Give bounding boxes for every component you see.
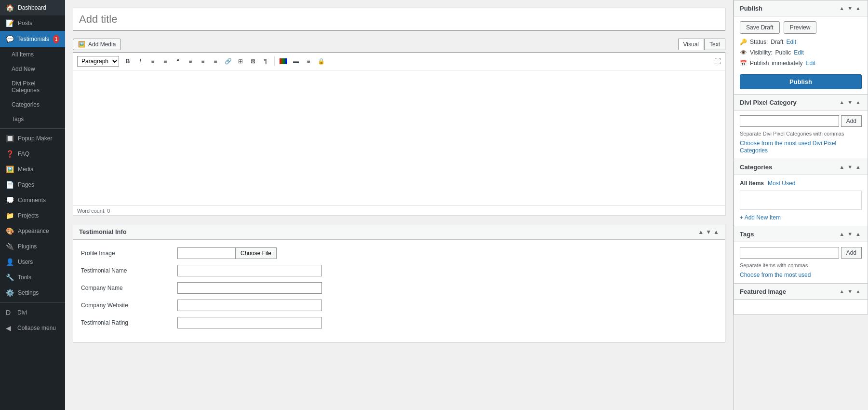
publish-panel-header[interactable]: Publish ▲ ▼ ▲: [734, 0, 868, 16]
company-website-input[interactable]: [177, 300, 322, 311]
sidebar-item-comments[interactable]: 💭 Comments: [0, 192, 65, 208]
testimonial-name-input[interactable]: [177, 265, 322, 276]
most-used-tab[interactable]: Most Used: [768, 180, 795, 187]
all-items-tab[interactable]: All Items: [740, 180, 764, 187]
bold-button[interactable]: B: [122, 55, 134, 67]
paragraph-mark-button[interactable]: ¶: [260, 55, 271, 67]
testimonial-rating-row: Testimonial Rating: [81, 317, 717, 328]
choose-file-button[interactable]: Choose File: [235, 247, 277, 259]
divi-pixel-cat-input[interactable]: [740, 115, 839, 127]
categories-up[interactable]: ▲: [838, 163, 845, 171]
divi-pixel-cat-add-button[interactable]: Add: [841, 115, 862, 127]
lock-button[interactable]: 🔒: [315, 55, 327, 67]
sidebar-item-dashboard[interactable]: 🏠 Dashboard: [0, 0, 65, 15]
sidebar-item-popup-maker[interactable]: 🔲 Popup Maker: [0, 131, 65, 146]
testimonial-info-header[interactable]: Testimonial Info ▲ ▼ ▲: [73, 224, 725, 240]
sidebar-item-tools[interactable]: 🔧 Tools: [0, 270, 65, 285]
meta-collapse-up[interactable]: ▲: [698, 229, 704, 235]
featured-image-header[interactable]: Featured Image ▲ ▼ ▲: [734, 284, 868, 300]
sidebar-item-add-new[interactable]: Add New: [0, 62, 65, 76]
align-right-button[interactable]: ≡: [210, 55, 221, 67]
testimonial-rating-input[interactable]: [177, 317, 322, 328]
visibility-edit-link[interactable]: Edit: [794, 49, 804, 56]
tab-text[interactable]: Text: [704, 39, 725, 50]
calendar-icon: 📅: [740, 60, 747, 67]
ordered-list-button[interactable]: ≡: [160, 55, 171, 67]
featured-image-close[interactable]: ▲: [855, 287, 862, 295]
more-button[interactable]: ⊠: [247, 55, 259, 67]
divi-pixel-cat-down[interactable]: ▼: [846, 98, 854, 106]
divi-pixel-cat-header[interactable]: Divi Pixel Category ▲ ▼ ▲: [734, 95, 868, 110]
sidebar-item-divi-pixel-cat[interactable]: Divi Pixel Categories: [0, 76, 65, 97]
italic-button[interactable]: I: [134, 55, 146, 67]
categories-header[interactable]: Categories ▲ ▼ ▲: [734, 159, 868, 175]
preview-button[interactable]: Preview: [784, 21, 817, 34]
sidebar-item-users[interactable]: 👤 Users: [0, 254, 65, 270]
tools-icon: 🔧: [6, 273, 14, 281]
save-draft-button[interactable]: Save Draft: [740, 21, 780, 34]
sidebar-item-divi[interactable]: D Divi: [0, 305, 65, 320]
blockquote-button[interactable]: ❝: [172, 55, 184, 67]
sidebar-item-pages[interactable]: 📄 Pages: [0, 177, 65, 192]
sidebar-item-tags[interactable]: Tags: [0, 112, 65, 126]
tags-add-button[interactable]: Add: [841, 247, 862, 259]
featured-image-up[interactable]: ▲: [838, 287, 845, 295]
sidebar-item-categories[interactable]: Categories: [0, 97, 65, 112]
tags-link[interactable]: Choose from the most used: [740, 272, 811, 278]
tab-visual[interactable]: Visual: [678, 39, 704, 50]
sidebar-item-testimonials[interactable]: 💬 Testimonials 1: [0, 31, 65, 47]
tags-up[interactable]: ▲: [838, 230, 845, 238]
categories-close[interactable]: ▲: [855, 163, 862, 171]
view-tabs: Visual Text: [678, 39, 725, 50]
testimonial-name-row: Testimonial Name: [81, 265, 717, 276]
divi-pixel-cat-link[interactable]: Choose from the most used Divi Pixel Cat…: [740, 140, 836, 154]
divi-pixel-cat-close[interactable]: ▲: [855, 98, 862, 106]
meta-close[interactable]: ▲: [713, 229, 719, 235]
tags-header[interactable]: Tags ▲ ▼ ▲: [734, 226, 868, 242]
company-name-input[interactable]: [177, 282, 322, 294]
publish-panel-close[interactable]: ▲: [855, 4, 862, 12]
paragraph-select[interactable]: Paragraph: [77, 56, 119, 67]
sidebar-item-label: Categories: [12, 101, 40, 108]
add-new-item-link[interactable]: + Add New Item: [740, 214, 781, 221]
publish-time-edit-link[interactable]: Edit: [805, 60, 815, 67]
sidebar-item-label: Pages: [18, 181, 34, 188]
divi-pixel-cat-up[interactable]: ▲: [838, 98, 845, 106]
publish-button[interactable]: Publish: [740, 74, 862, 89]
sidebar-item-posts[interactable]: 📝 Posts: [0, 15, 65, 31]
profile-image-text-input[interactable]: [177, 247, 235, 259]
company-name-label: Company Name: [81, 285, 177, 291]
sidebar-item-faq[interactable]: ❓ FAQ: [0, 146, 65, 162]
align-center-button[interactable]: ≡: [197, 55, 209, 67]
align-left-button[interactable]: ≡: [185, 55, 196, 67]
sidebar-item-projects[interactable]: 📁 Projects: [0, 208, 65, 223]
sidebar-item-appearance[interactable]: 🎨 Appearance: [0, 223, 65, 239]
expand-button[interactable]: ⛶: [714, 57, 721, 65]
unordered-list-button[interactable]: ≡: [147, 55, 159, 67]
publish-panel-down[interactable]: ▼: [846, 4, 854, 12]
categories-down[interactable]: ▼: [846, 163, 854, 171]
meta-collapse-down[interactable]: ▼: [706, 229, 711, 235]
editor-content[interactable]: [73, 70, 725, 205]
status-edit-link[interactable]: Edit: [786, 39, 796, 45]
tags-input[interactable]: [740, 247, 839, 259]
title-input[interactable]: [73, 8, 725, 31]
sidebar-item-plugins[interactable]: 🔌 Plugins: [0, 239, 65, 254]
company-website-row: Company Website: [81, 300, 717, 311]
sidebar-item-all-items[interactable]: All Items: [0, 47, 65, 62]
publish-panel-up[interactable]: ▲: [838, 4, 845, 12]
sidebar-item-media[interactable]: 🖼️ Media: [0, 162, 65, 177]
add-media-button[interactable]: 🖼️ Add Media: [73, 39, 121, 50]
table2-button[interactable]: ▬: [290, 55, 302, 67]
sidebar-item-collapse[interactable]: ◀ Collapse menu: [0, 320, 65, 336]
tags-down[interactable]: ▼: [846, 230, 854, 238]
tags-close[interactable]: ▲: [855, 230, 862, 238]
divi-pixel-cat-note: Separate Divi Pixel Categories with comm…: [740, 131, 862, 137]
sidebar-item-settings[interactable]: ⚙️ Settings: [0, 285, 65, 301]
table-button[interactable]: ⊞: [235, 55, 246, 67]
align-justify-button[interactable]: ≡: [303, 55, 314, 67]
featured-image-down[interactable]: ▼: [846, 287, 854, 295]
color-button[interactable]: [278, 55, 289, 67]
featured-image-panel: Featured Image ▲ ▼ ▲: [734, 284, 868, 314]
link-button[interactable]: 🔗: [222, 55, 234, 67]
